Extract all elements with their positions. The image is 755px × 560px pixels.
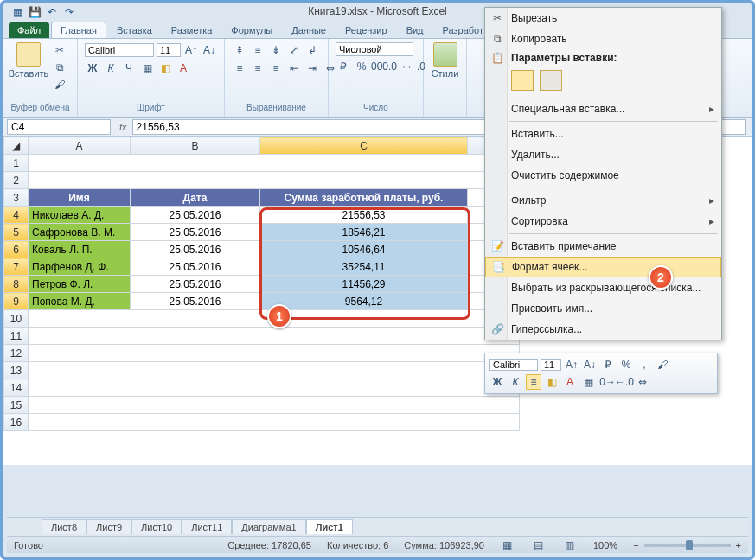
cell[interactable] — [29, 397, 520, 414]
table-head-sum[interactable]: Сумма заработной платы, руб. — [260, 189, 468, 207]
select-all-corner[interactable]: ◢ — [4, 137, 29, 155]
row-header[interactable]: 3 — [4, 189, 29, 207]
mini-inc-decimal-icon[interactable]: .0→ — [598, 374, 614, 390]
shrink-font-icon[interactable]: A↓ — [202, 42, 217, 58]
tab-review[interactable]: Рецензир — [336, 22, 396, 38]
cell-name[interactable]: Николаев А. Д. — [29, 207, 131, 224]
row-header[interactable]: 4 — [4, 207, 29, 224]
ctx-filter[interactable]: Фильтр▸ — [485, 190, 721, 211]
cell[interactable] — [29, 414, 520, 431]
cell-value[interactable]: 35254,11 — [260, 258, 468, 276]
align-left-icon[interactable]: ≡ — [232, 60, 247, 76]
sheet-tab-active[interactable]: Лист1 — [306, 519, 353, 534]
align-bottom-icon[interactable]: ⇟ — [268, 42, 284, 58]
sheet-tab[interactable]: Лист9 — [86, 519, 131, 534]
inc-decimal-icon[interactable]: .0→ — [390, 59, 406, 74]
col-header-b[interactable]: B — [131, 137, 260, 155]
mini-merge-icon[interactable]: ⇔ — [635, 374, 650, 390]
mini-dec-decimal-icon[interactable]: ←.0 — [617, 374, 632, 390]
view-page-layout-icon[interactable]: ▤ — [531, 538, 547, 553]
format-painter-icon[interactable]: 🖌 — [52, 77, 67, 92]
cell-name[interactable]: Попова М. Д. — [29, 293, 131, 310]
cell[interactable] — [29, 310, 520, 328]
font-size-select[interactable]: 11 — [157, 43, 181, 57]
sheet-tab[interactable]: Лист10 — [131, 519, 182, 534]
paste-button[interactable]: Вставить — [10, 42, 47, 94]
cell[interactable] — [29, 172, 520, 189]
ctx-sort[interactable]: Сортировка▸ — [485, 211, 721, 232]
ctx-cut[interactable]: ✂Вырезать — [485, 8, 721, 29]
cell[interactable] — [29, 345, 520, 362]
mini-shrink-font-icon[interactable]: A↓ — [582, 357, 598, 372]
mini-font-color-button[interactable]: A — [562, 374, 578, 390]
row-header[interactable]: 1 — [4, 155, 29, 172]
name-box[interactable] — [7, 119, 111, 135]
align-middle-icon[interactable]: ≡ — [250, 42, 266, 58]
tab-layout[interactable]: Разметка — [163, 22, 221, 38]
sheet-tab[interactable]: Лист11 — [182, 519, 232, 534]
sheet-tab[interactable]: Лист8 — [42, 519, 86, 534]
percent-icon[interactable]: % — [354, 59, 369, 74]
grow-font-icon[interactable]: A↑ — [183, 42, 199, 58]
row-header[interactable]: 2 — [4, 172, 29, 189]
copy-icon[interactable]: ⧉ — [52, 60, 67, 75]
number-format-select[interactable]: Числовой — [336, 42, 413, 56]
italic-button[interactable]: К — [103, 60, 118, 76]
table-head-name[interactable]: Имя — [29, 189, 131, 207]
mini-bold-button[interactable]: Ж — [489, 374, 505, 390]
row-header[interactable]: 5 — [4, 224, 29, 241]
bold-button[interactable]: Ж — [85, 60, 100, 76]
row-header[interactable]: 13 — [4, 362, 29, 379]
cell[interactable] — [29, 362, 520, 379]
view-normal-icon[interactable]: ▦ — [500, 538, 515, 553]
mini-border-button[interactable]: ▦ — [580, 374, 596, 390]
row-header[interactable]: 6 — [4, 241, 29, 258]
ctx-pick-from-list[interactable]: Выбрать из раскрывающегося списка... — [485, 277, 721, 298]
cell-name[interactable]: Коваль Л. П. — [29, 241, 131, 258]
align-top-icon[interactable]: ⇞ — [232, 42, 247, 58]
undo-icon[interactable]: ↶ — [45, 5, 59, 19]
align-right-icon[interactable]: ≡ — [268, 60, 284, 76]
font-name-select[interactable]: Calibri — [85, 43, 154, 57]
ctx-insert[interactable]: Вставить... — [485, 124, 721, 144]
mini-format-painter-icon[interactable]: 🖌 — [655, 357, 670, 372]
ctx-clear[interactable]: Очистить содержимое — [485, 165, 721, 186]
paste-option-2[interactable] — [540, 70, 562, 91]
table-head-date[interactable]: Дата — [131, 189, 260, 207]
zoom-in-icon[interactable]: + — [736, 540, 741, 550]
cell-value[interactable]: 9564,12 — [260, 293, 468, 310]
cell-date[interactable]: 25.05.2016 — [131, 258, 260, 276]
mini-font-name[interactable]: Calibri — [489, 359, 538, 371]
tab-insert[interactable]: Вставка — [108, 22, 161, 38]
save-icon[interactable]: 💾 — [28, 5, 42, 19]
cell-name[interactable]: Парфенов Д. Ф. — [29, 258, 131, 276]
cell[interactable] — [29, 155, 520, 172]
cell-date[interactable]: 25.05.2016 — [131, 293, 260, 310]
row-header[interactable]: 8 — [4, 276, 29, 293]
row-header[interactable]: 12 — [4, 345, 29, 362]
ctx-define-name[interactable]: Присвоить имя... — [485, 298, 721, 319]
cut-icon[interactable]: ✂ — [52, 42, 67, 58]
tab-view[interactable]: Вид — [398, 22, 432, 38]
row-header[interactable]: 15 — [4, 397, 29, 414]
border-button[interactable]: ▦ — [139, 60, 155, 76]
row-header[interactable]: 16 — [4, 414, 29, 431]
ctx-format-cells[interactable]: 📑Формат ячеек... — [485, 257, 721, 277]
ctx-delete[interactable]: Удалить... — [485, 144, 721, 165]
col-header-a[interactable]: A — [29, 137, 131, 155]
fx-icon[interactable]: fx — [119, 122, 127, 132]
underline-button[interactable]: Ч — [121, 60, 137, 76]
indent-inc-icon[interactable]: ⇥ — [304, 60, 320, 76]
ctx-insert-comment[interactable]: 📝Вставить примечание — [485, 236, 721, 257]
align-center-icon[interactable]: ≡ — [250, 60, 266, 76]
cell-value[interactable]: 21556,53 — [260, 207, 468, 224]
fill-color-button[interactable]: ◧ — [157, 60, 173, 76]
cell-date[interactable]: 25.05.2016 — [131, 241, 260, 258]
cell-name[interactable]: Петров Ф. Л. — [29, 276, 131, 293]
mini-fill-color-button[interactable]: ◧ — [544, 374, 560, 390]
col-header-c[interactable]: C — [260, 137, 468, 155]
row-header[interactable]: 7 — [4, 258, 29, 276]
cell-date[interactable]: 25.05.2016 — [131, 276, 260, 293]
paste-option-1[interactable] — [511, 70, 534, 91]
zoom-out-icon[interactable]: − — [633, 540, 638, 550]
